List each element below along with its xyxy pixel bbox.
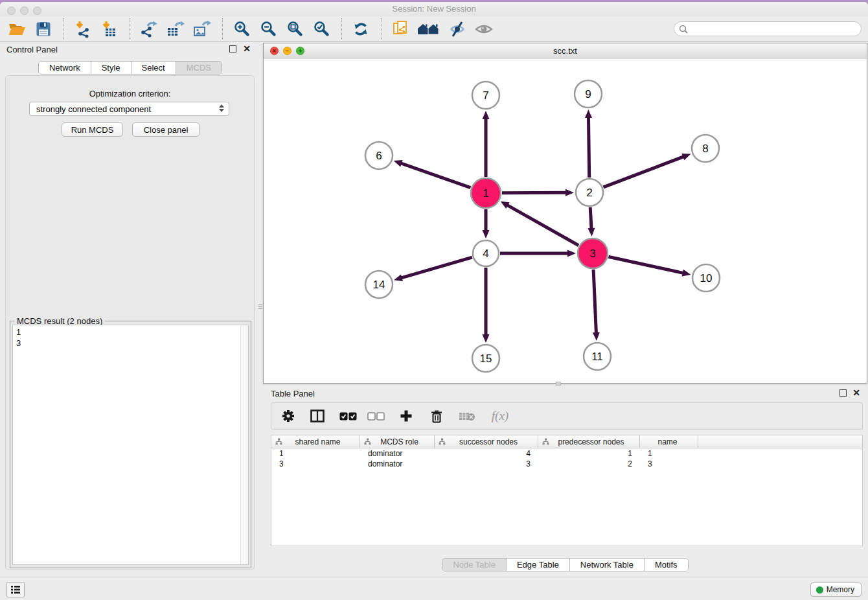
table-tab-network-table[interactable]: Network Table [570, 559, 645, 571]
float-panel-icon[interactable] [229, 45, 236, 52]
duplicate-network-button[interactable] [390, 18, 411, 40]
column-header-label: MCDS role [371, 437, 434, 446]
table-tab-node-table[interactable]: Node Table [442, 559, 507, 571]
vertical-splitter-handle[interactable] [258, 302, 262, 311]
graph-edge-arrow [483, 230, 490, 238]
table-cell[interactable]: 1 [640, 449, 698, 458]
network-canvas[interactable]: 1234678910111415 [264, 59, 867, 383]
graph-node-label: 7 [483, 89, 488, 102]
table-tab-motifs[interactable]: Motifs [645, 559, 688, 571]
delete-table-icon [459, 411, 475, 421]
table-cell[interactable]: 3 [640, 459, 698, 468]
hide-graphics-details-button[interactable] [447, 18, 468, 40]
graph-node-label: 4 [483, 248, 488, 260]
zoom-in-icon [234, 21, 250, 37]
graph-edge-2-9[interactable] [588, 117, 589, 178]
column-header-name[interactable]: name [640, 435, 698, 448]
graph-node-label: 3 [589, 248, 595, 260]
export-image-button[interactable] [192, 18, 212, 40]
graph-edge-3-10[interactable] [608, 257, 683, 273]
column-header-shared-name[interactable]: shared name [271, 435, 360, 448]
control-panel-tabs: NetworkStyleSelectMCDS [0, 61, 260, 75]
search-field[interactable] [674, 21, 862, 36]
graph-edge-1-6[interactable] [400, 163, 470, 188]
graph-edge-4-14[interactable] [401, 257, 472, 278]
import-network-button[interactable] [73, 18, 93, 40]
graph-node-label: 2 [586, 187, 592, 199]
select-all-columns-button[interactable] [337, 405, 358, 427]
tab-network[interactable]: Network [39, 62, 91, 74]
import-network-icon [74, 21, 91, 38]
table-cell[interactable]: 3 [271, 459, 360, 468]
tab-mcds[interactable]: MCDS [176, 62, 222, 74]
close-panel-button[interactable]: Close panel [132, 122, 200, 137]
graph-edge-1-2[interactable] [502, 192, 567, 193]
graph-node-label: 11 [591, 351, 603, 363]
result-scrollbar[interactable] [240, 325, 248, 564]
column-header-predecessor-nodes[interactable]: predecessor nodes [538, 435, 640, 448]
run-mcds-button[interactable]: Run MCDS [62, 122, 123, 137]
criterion-dropdown[interactable]: strongly connected component [29, 102, 229, 116]
houses-icon [417, 22, 440, 36]
network-overview-button[interactable] [417, 18, 441, 40]
network-window-title-bar[interactable]: × − + scc.txt [264, 43, 867, 60]
duplicate-network-icon [393, 20, 408, 38]
table-cell[interactable]: 2 [538, 459, 640, 468]
zoom-selected-button[interactable] [311, 18, 332, 40]
toolbar-separator [381, 18, 382, 40]
delete-columns-button[interactable] [426, 405, 447, 427]
tab-select[interactable]: Select [131, 62, 176, 74]
graph-edge-3-1[interactable] [507, 205, 578, 246]
refresh-icon [352, 21, 369, 37]
graph-edge-arrow [483, 334, 490, 343]
graph-edge-arrow [588, 228, 595, 237]
zoom-in-button[interactable] [231, 18, 252, 40]
add-column-button[interactable] [396, 405, 417, 427]
table-cell[interactable]: dominator [360, 459, 435, 468]
graph-edge-arrow [682, 270, 691, 277]
column-header-successor-nodes[interactable]: successor nodes [435, 435, 538, 448]
table-cell[interactable]: dominator [360, 449, 435, 458]
function-builder-button[interactable]: f(x) [486, 405, 514, 427]
save-session-button[interactable] [33, 18, 54, 40]
graph-edge-3-11[interactable] [593, 270, 596, 334]
checked-boxes-icon [339, 412, 357, 421]
export-table-button[interactable] [165, 18, 186, 40]
task-history-button[interactable] [6, 582, 25, 597]
mcds-result-lines: 1 3 [16, 327, 21, 349]
zoom-fit-icon [287, 21, 303, 37]
import-table-button[interactable] [99, 18, 120, 40]
float-table-panel-icon[interactable] [839, 389, 847, 397]
zoom-out-button[interactable] [258, 18, 279, 40]
close-table-panel-icon[interactable]: ✕ [852, 387, 860, 398]
column-tree-icon [542, 438, 549, 445]
open-session-button[interactable] [6, 18, 27, 40]
criterion-value: strongly connected component [36, 104, 151, 114]
close-panel-icon[interactable]: ✕ [243, 43, 251, 54]
tab-style[interactable]: Style [91, 62, 131, 74]
table-cell[interactable]: 1 [271, 449, 360, 458]
graph-edge-2-8[interactable] [604, 156, 685, 187]
zoom-fit-button[interactable] [284, 18, 305, 40]
mcds-result-box[interactable]: 1 3 [12, 325, 249, 565]
column-header-mcds-role[interactable]: MCDS role [360, 435, 435, 448]
table-cell[interactable]: 1 [538, 449, 640, 458]
table-settings-button[interactable] [278, 405, 299, 427]
memory-button[interactable]: Memory [810, 583, 862, 597]
refresh-button[interactable] [350, 18, 371, 40]
network-view-window: × − + scc.txt 1234678910111415 [263, 43, 867, 384]
eye-slash-icon [448, 21, 466, 38]
graph-edge-2-3[interactable] [590, 207, 591, 229]
table-cell[interactable]: 3 [435, 459, 538, 468]
import-table-icon [101, 21, 118, 38]
graph-node-label: 9 [585, 88, 591, 100]
search-input[interactable] [688, 23, 861, 36]
table-cell[interactable]: 4 [435, 449, 538, 458]
delete-table-button[interactable] [457, 405, 477, 427]
column-layout-button[interactable] [307, 405, 328, 427]
main-title-bar: Session: New Session [0, 2, 868, 16]
table-tab-edge-table[interactable]: Edge Table [507, 559, 570, 571]
export-network-button[interactable] [139, 18, 159, 40]
unselect-all-columns-button[interactable] [365, 405, 386, 427]
show-graphics-details-button[interactable] [474, 18, 494, 40]
